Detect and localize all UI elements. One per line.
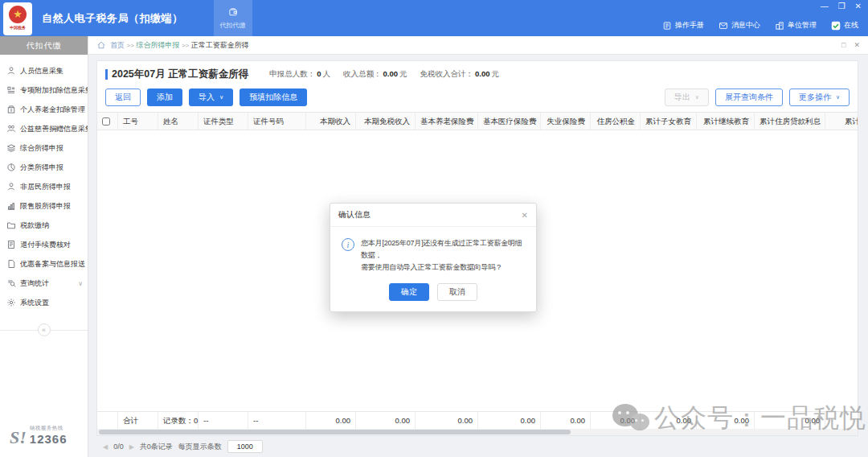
toolbar-button-label: 导出 [674,92,690,103]
sidebar-item-label: 非居民所得申报 [20,182,71,192]
chevron-down-icon: ∨ [836,94,840,101]
total-cell: 0.00 [478,412,541,429]
sidebar-item-2[interactable]: 专项附加扣除信息采集 [0,80,88,100]
toolbar-button-label: 预填扣除信息 [249,92,297,103]
sidebar-item-8[interactable]: 限售股所得申报 [0,196,88,216]
horizontal-scrollbar [97,429,858,435]
column-header: 证件类型 [199,113,248,130]
chart-icon [6,201,16,211]
total-cell: 0.00 [306,412,356,429]
home-icon [96,40,106,50]
toolbar-button-right-3[interactable]: 更多操作∨ [789,89,850,106]
dialog-close-icon[interactable]: ✕ [522,211,528,220]
header-link-label: 在线 [844,20,858,31]
minimize-button[interactable]: — [821,2,829,10]
search-icon [6,278,16,288]
sidebar-item-12[interactable]: 查询统计∨ [0,274,88,293]
record-count: 共0条记录 [140,442,173,452]
total-cell [97,412,118,429]
sidebar-item-6[interactable]: 分类所得申报 [0,158,88,177]
column-header: 住房公积金 [591,113,641,130]
restore-button[interactable]: ❐ [838,2,845,10]
summary-stats: 申报总人数：0人收入总额：0.00元免税收入合计：0.00元 [269,69,499,80]
toolbar-button-left-4[interactable]: 预填扣除信息 [240,89,307,106]
back-button[interactable]: 返回 [105,89,141,106]
header-link-message[interactable]: 消息中心 [719,20,760,31]
table-header-row: 工号姓名证件类型证件号码本期收入本期免税收入基本养老保险费基本医疗保险费失业保险… [97,112,858,130]
sidebar-collapse-row: « [0,323,88,336]
sidebar-item-label: 系统设置 [20,298,49,308]
column-header: 本期收入 [306,113,356,130]
panel-close-icon[interactable]: ✕ [854,41,860,49]
toolbar: 返回添加导入∨预填扣除信息 导出∨展开查询条件更多操作∨ [97,84,858,112]
header-link-label: 操作手册 [675,20,704,31]
hotline-12366: S! 纳税服务热线 12366 [10,425,68,446]
sidebar-item-10[interactable]: 退付手续费核对 [0,235,88,254]
dialog-message-line1: 您本月[2025年07月]还没有生成过正常工资薪金明细数据， [361,237,526,261]
sidebar-item-label: 税款缴纳 [20,220,49,231]
confirm-button[interactable]: 确定 [389,283,429,301]
toolbar-button-label: 添加 [157,92,173,103]
breadcrumb: 首页 >> 综合所得申报 >> 正常工资薪金所得 □ ✕ [88,36,868,55]
sidebar-item-3[interactable]: 个人养老金扣除管理 [0,100,88,119]
sidebar-item-5[interactable]: 综合所得申报 [0,138,88,158]
breadcrumb-item-2[interactable]: 综合所得申报 [136,41,179,49]
close-button[interactable]: ✕ [855,2,862,10]
breadcrumb-separator: >> [127,42,134,49]
sidebar-item-11[interactable]: 优惠备案与信息报送∨ [0,254,88,274]
sidebar-item-1[interactable]: 人员信息采集 [0,61,88,80]
next-page-icon[interactable]: ▶ [129,443,134,451]
org-icon [775,21,784,31]
toolbar-button-left-3[interactable]: 导入∨ [189,89,233,106]
stat-3: 免税收入合计：0.00元 [420,69,499,80]
pagination-bar: ◀ 0/0 ▶ 共0条记录 每页显示条数 [96,436,858,457]
total-cell: 0.00 [641,412,697,429]
prev-page-icon[interactable]: ◀ [103,443,108,451]
sidebar-item-7[interactable]: 非居民所得申报 [0,177,88,196]
table-total-row: 合计记录数：0----0.000.000.000.000.000.000.000… [97,411,858,429]
sidebar: 代扣代缴 人员信息采集专项附加扣除信息采集个人养老金扣除管理公益慈善捐赠信息采集… [0,36,88,457]
panel-restore-icon[interactable]: □ [841,41,845,49]
stat-value: 0.00 [475,69,490,78]
doc-icon [6,240,16,249]
column-header: 累计继续教育 [697,113,755,130]
scrollbar-thumb[interactable] [99,430,571,434]
sidebar-item-13[interactable]: 系统设置 [0,293,88,312]
person2-icon [6,182,16,191]
sidebar-item-4[interactable]: 公益慈善捐赠信息采集 [0,119,88,138]
dialog-header: 确认信息 ✕ [330,204,536,227]
select-all-checkbox[interactable] [102,117,110,126]
column-header: 失业保险费 [541,113,591,130]
file-icon [6,259,16,269]
header-link-org[interactable]: 单位管理 [775,20,817,31]
dialog-message: 您本月[2025年07月]还没有生成过正常工资薪金明细数据， 需要使用自动导入正… [361,237,526,274]
breadcrumb-item-1[interactable]: 首页 [110,41,125,49]
column-header: 本期免税收入 [356,113,416,130]
header-link-manual[interactable]: 操作手册 [662,20,704,31]
header-link-online[interactable]: 在线 [831,20,858,31]
toolbar-button-right-2[interactable]: 展开查询条件 [715,89,783,106]
column-header: 姓名 [158,113,199,130]
per-page-input[interactable] [227,440,263,453]
app-title: 自然人电子税务局（扣缴端） [42,11,183,26]
toolbar-button-left-2[interactable]: 添加 [147,89,182,106]
chevron-down-icon: ∨ [695,94,699,101]
title-accent-bar [105,69,108,80]
total-cell: 0.00 [591,412,641,429]
sidebar-item-9[interactable]: 税款缴纳 [0,216,88,235]
toolbar-button-label: 导入 [199,92,215,103]
tab-daikou-daijiao[interactable]: 代扣代缴 [214,0,252,36]
pension-icon [6,105,16,114]
total-cell: 0.00 [755,412,825,429]
sidebar-collapse-button[interactable]: « [38,323,51,336]
page-title-row: 2025年07月 正常工资薪金所得 申报总人数：0人收入总额：0.00元免税收入… [97,61,858,84]
wallet-icon [228,6,238,19]
window-controls: — ❐ ✕ [821,2,862,10]
cancel-button[interactable]: 取消 [437,283,477,301]
sidebar-item-label: 退付手续费核对 [20,240,71,250]
module-tab-label: 代扣代缴 [220,21,246,30]
per-page-label: 每页显示条数 [178,442,222,452]
sidebar-item-label: 分类所得申报 [20,163,63,173]
header-link-label: 消息中心 [731,20,760,31]
hotline-headset-icon: S! [10,430,27,446]
